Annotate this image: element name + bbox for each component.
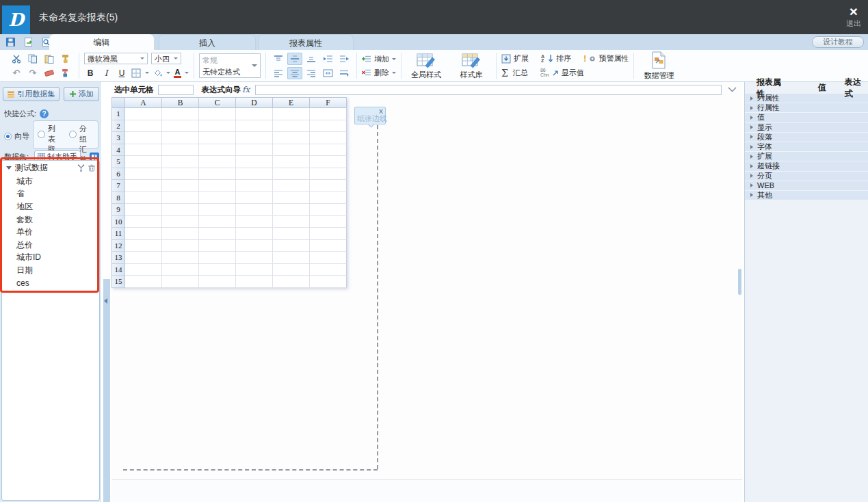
- grid-cell[interactable]: [310, 144, 347, 157]
- halign-center-icon[interactable]: [287, 67, 302, 79]
- format-painter-icon[interactable]: [57, 51, 74, 66]
- underline-button[interactable]: U: [116, 68, 128, 78]
- grid-cell[interactable]: [199, 108, 236, 120]
- dataset-field[interactable]: 地区: [2, 200, 99, 213]
- grid-cell[interactable]: [162, 120, 199, 133]
- merge-cells-icon[interactable]: [320, 67, 335, 79]
- grid-cell[interactable]: [310, 264, 347, 276]
- property-group-row[interactable]: 扩展: [745, 152, 868, 161]
- grid-cell[interactable]: [273, 204, 310, 216]
- save-icon[interactable]: [5, 36, 16, 48]
- grid-column-header[interactable]: B: [162, 97, 199, 108]
- grid-cell[interactable]: [162, 216, 199, 228]
- dataset-field[interactable]: 省: [2, 188, 99, 201]
- grid-cell[interactable]: [273, 156, 310, 168]
- grid-cell[interactable]: [199, 264, 236, 276]
- grid-cell[interactable]: [162, 132, 199, 144]
- sort-button[interactable]: AZ 排序: [541, 52, 571, 66]
- expand-button[interactable]: 扩展: [501, 52, 529, 66]
- cut-icon[interactable]: [8, 51, 25, 66]
- grid-cell[interactable]: [273, 180, 310, 192]
- add-row-button[interactable]: 增加: [362, 52, 396, 66]
- grid-row-header[interactable]: 2: [111, 120, 125, 133]
- grid-cell[interactable]: [162, 108, 199, 120]
- selected-cell-input[interactable]: [158, 85, 194, 95]
- grid-cell[interactable]: [273, 132, 310, 144]
- grid-column-header[interactable]: F: [310, 97, 347, 108]
- halign-right-icon[interactable]: [304, 67, 319, 79]
- expression-input[interactable]: [255, 85, 722, 95]
- grid-row-header[interactable]: 14: [111, 264, 125, 276]
- grid-cell[interactable]: [310, 132, 347, 144]
- property-group-row[interactable]: WEB: [745, 181, 868, 190]
- grid-cell[interactable]: [199, 180, 236, 192]
- canvas-vertical-scrollbar[interactable]: [738, 269, 741, 295]
- grid-cell[interactable]: [273, 252, 310, 264]
- dataset-field[interactable]: 总价: [2, 239, 99, 252]
- grid-cell[interactable]: [125, 276, 162, 288]
- grid-cell[interactable]: [310, 108, 347, 120]
- grid-cell[interactable]: [310, 192, 347, 204]
- cell-format-select[interactable]: 常规 无特定格式: [199, 53, 261, 78]
- grid-cell[interactable]: [162, 180, 199, 192]
- grid-cell[interactable]: [236, 252, 273, 264]
- collapse-left-icon[interactable]: [104, 298, 107, 304]
- paste-icon[interactable]: [41, 51, 57, 66]
- add-dataset-button[interactable]: 添加: [64, 87, 99, 101]
- grid-cell[interactable]: [125, 228, 162, 240]
- grid-corner-cell[interactable]: [111, 97, 125, 108]
- grid-cell[interactable]: [236, 108, 273, 120]
- grid-cell[interactable]: [273, 276, 310, 288]
- grid-cell[interactable]: [310, 204, 347, 216]
- font-color-caret[interactable]: [185, 72, 189, 76]
- grid-cell[interactable]: [162, 192, 199, 204]
- grid-cell[interactable]: [199, 156, 236, 168]
- paper-margin-hline[interactable]: [123, 469, 378, 471]
- grid-cell[interactable]: [125, 252, 162, 264]
- grid-cell[interactable]: [125, 264, 162, 276]
- grid-cell[interactable]: [125, 120, 162, 133]
- grid-cell[interactable]: [236, 228, 273, 240]
- fill-color-icon[interactable]: [153, 68, 163, 77]
- property-group-row[interactable]: 行属性: [745, 103, 868, 112]
- grid-cell[interactable]: [199, 216, 236, 228]
- summarize-button[interactable]: Σ 汇总: [501, 66, 528, 80]
- valign-bottom-icon[interactable]: [304, 53, 319, 65]
- grid-cell[interactable]: [125, 168, 162, 181]
- grid-row-header[interactable]: 11: [111, 228, 125, 240]
- exit-button[interactable]: × 退出: [846, 5, 861, 29]
- grid-cell[interactable]: [310, 240, 347, 252]
- grid-cell[interactable]: [125, 132, 162, 144]
- grid-cell[interactable]: [162, 168, 199, 181]
- valign-top-icon[interactable]: [271, 53, 286, 65]
- grid-cell[interactable]: [125, 204, 162, 216]
- grid-cell[interactable]: [310, 216, 347, 228]
- bold-button[interactable]: B: [84, 68, 96, 78]
- grid-cell[interactable]: [125, 144, 162, 157]
- grid-cell[interactable]: [310, 168, 347, 181]
- grid-cell[interactable]: [236, 264, 273, 276]
- grid-cell[interactable]: [236, 204, 273, 216]
- property-group-row[interactable]: 超链接: [745, 161, 868, 170]
- grid-cell[interactable]: [162, 228, 199, 240]
- dataset-tree-root[interactable]: 测试数据: [2, 161, 99, 175]
- grid-cell[interactable]: [199, 168, 236, 181]
- border-picker-icon[interactable]: [131, 68, 142, 78]
- eraser-icon[interactable]: [41, 66, 57, 80]
- grid-cell[interactable]: [199, 276, 236, 288]
- halign-left-icon[interactable]: [271, 67, 286, 79]
- grid-column-header[interactable]: D: [236, 97, 273, 108]
- dataset-connect-icon[interactable]: [77, 164, 85, 172]
- close-icon[interactable]: ×: [846, 5, 861, 18]
- fill-color-caret[interactable]: [166, 72, 170, 76]
- grid-cell[interactable]: [310, 252, 347, 264]
- grid-cell[interactable]: [199, 204, 236, 216]
- italic-button[interactable]: I: [100, 68, 112, 78]
- grid-column-header[interactable]: E: [273, 97, 310, 108]
- trash-icon[interactable]: [88, 164, 95, 172]
- grid-row-header[interactable]: 15: [111, 276, 125, 288]
- valign-middle-icon[interactable]: [287, 53, 302, 65]
- grid-row-header[interactable]: 5: [111, 156, 125, 168]
- dataset-field[interactable]: ces: [2, 277, 99, 290]
- grid-column-header[interactable]: C: [199, 97, 236, 108]
